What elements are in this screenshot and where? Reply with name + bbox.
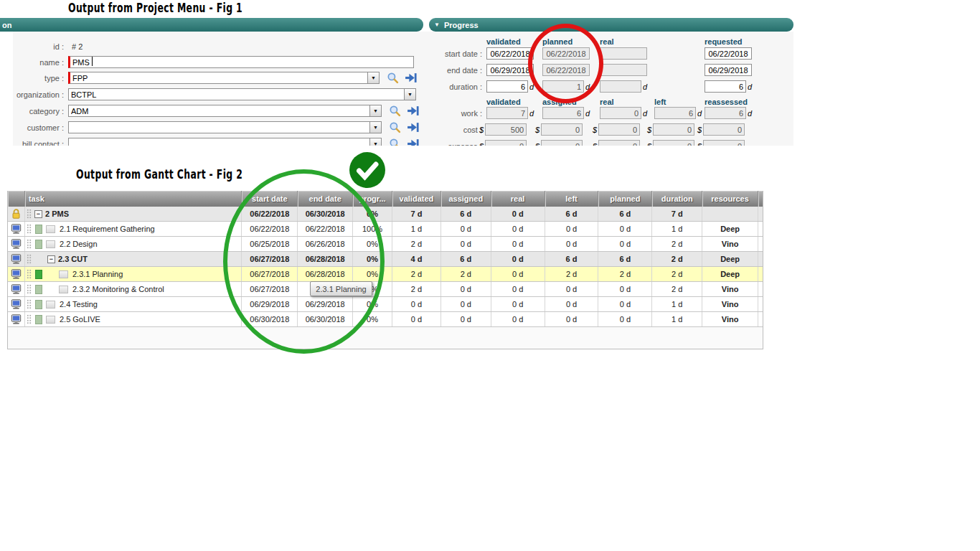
cell-assigned: 6 d	[441, 252, 491, 266]
bill-contact-search-icon[interactable]	[389, 138, 401, 146]
organization-dropdown-button[interactable]: ▼	[404, 88, 416, 100]
description-panel-header[interactable]: on	[0, 18, 423, 32]
start-date-validated-input[interactable]	[486, 47, 534, 60]
end-date-requested-input[interactable]	[705, 64, 752, 76]
table-row[interactable]: − 2.3 CUT 06/27/2018 06/28/2018 0% 4 d 6…	[8, 252, 763, 267]
bill-contact-dropdown-button[interactable]: ▼	[369, 138, 382, 146]
task-name: 2.3.1 Planning	[72, 270, 123, 278]
duration-planned-input	[542, 80, 584, 93]
header-sliver-cell	[758, 191, 763, 207]
drag-handle[interactable]	[27, 254, 32, 265]
table-body: − 2 PMS 06/22/2018 06/30/2018 0% 7 d 6 d…	[8, 207, 763, 327]
table-row[interactable]: − 2.4 Testing 06/29/2018 06/29/2018 0% 0…	[8, 297, 763, 312]
start-date-requested-input[interactable]	[705, 47, 752, 60]
unit-day: d	[585, 83, 590, 91]
col-header-left: left	[654, 98, 666, 106]
task-checkbox[interactable]	[46, 225, 55, 233]
drag-handle[interactable]	[27, 314, 32, 325]
category-search-icon[interactable]	[389, 105, 401, 117]
work-left-input	[654, 107, 696, 119]
customer-search-icon[interactable]	[389, 121, 401, 133]
table-row[interactable]: − 2.3.2 Monitoring & Control 06/27/2018 …	[8, 282, 763, 297]
cell-planned: 0 d	[598, 222, 652, 236]
col-header-resources[interactable]: resources	[702, 191, 758, 207]
cell-end-date: 06/29/2018	[298, 297, 353, 311]
table-row[interactable]: − 2.5 GoLIVE 06/30/2018 06/30/2018 0% 0 …	[8, 312, 763, 327]
col-header-assigned[interactable]: assigned	[441, 191, 491, 207]
cell-duration: 1 d	[652, 297, 702, 311]
cell-start-date: 06/25/2018	[242, 237, 298, 251]
computer-icon[interactable]	[10, 283, 22, 295]
type-input[interactable]	[68, 72, 368, 84]
cell-end-date: 06/30/2018	[298, 312, 353, 326]
col-header-end-date[interactable]: end date	[298, 191, 353, 207]
expense-left-input	[653, 140, 694, 146]
drag-handle[interactable]	[27, 284, 32, 295]
type-dropdown-button[interactable]: ▼	[367, 72, 380, 84]
col-header-start-date[interactable]: start date	[242, 191, 298, 207]
computer-icon[interactable]	[10, 223, 22, 235]
cell-start-date: 06/29/2018	[242, 297, 298, 311]
col-header-assigned: assigned	[542, 98, 577, 106]
cell-real: 0 d	[491, 297, 545, 311]
organization-label: organization :	[0, 90, 68, 99]
customer-goto-icon[interactable]	[407, 121, 419, 133]
col-header-duration[interactable]: duration	[652, 191, 702, 207]
task-checkbox[interactable]	[46, 240, 55, 248]
computer-icon[interactable]	[10, 253, 22, 265]
unit-day: d	[643, 109, 647, 118]
col-header-task[interactable]: task	[25, 191, 242, 207]
drag-handle[interactable]	[27, 209, 32, 220]
col-header-left[interactable]: left	[545, 191, 599, 207]
cell-duration: 2 d	[652, 237, 702, 251]
bill-contact-goto-icon[interactable]	[407, 138, 419, 146]
drag-handle[interactable]	[27, 269, 32, 280]
lock-icon[interactable]	[10, 208, 22, 220]
drag-handle[interactable]	[27, 224, 32, 235]
col-header-progress[interactable]: progr...	[353, 191, 392, 207]
table-row[interactable]: − 2.2 Design 06/25/2018 06/26/2018 0% 2 …	[8, 237, 763, 252]
category-goto-icon[interactable]	[407, 105, 419, 117]
work-validated-input	[486, 107, 528, 119]
customer-input[interactable]	[68, 121, 370, 133]
progress-panel-header[interactable]: ▼ Progress	[429, 18, 793, 32]
customer-dropdown-button[interactable]: ▼	[369, 121, 382, 133]
computer-icon[interactable]	[10, 238, 22, 250]
computer-icon[interactable]	[10, 314, 22, 325]
name-input[interactable]	[68, 56, 414, 68]
cell-validated: 1 d	[392, 222, 441, 236]
duration-requested-input[interactable]	[705, 80, 746, 93]
bill-contact-input[interactable]	[68, 138, 370, 146]
status-square-icon	[35, 270, 42, 279]
drag-handle[interactable]	[27, 239, 32, 250]
table-row[interactable]: − 2.3.1 Planning 06/27/2018 06/28/2018 0…	[8, 267, 763, 282]
type-search-icon[interactable]	[387, 72, 399, 84]
drag-handle[interactable]	[27, 299, 32, 310]
task-checkbox[interactable]	[46, 301, 55, 309]
organization-input[interactable]	[68, 88, 405, 100]
task-checkbox[interactable]	[59, 286, 68, 293]
start-date-planned-input	[542, 47, 590, 60]
end-date-validated-input[interactable]	[486, 64, 534, 76]
task-checkbox[interactable]	[46, 316, 55, 324]
unit-day: d	[748, 83, 752, 91]
table-row[interactable]: − 2.1 Requirement Gathering 06/22/2018 0…	[8, 222, 763, 237]
type-label: type :	[0, 74, 68, 83]
task-name: 2.5 GoLIVE	[60, 315, 100, 324]
cell-resources: Deep	[702, 252, 758, 266]
table-row[interactable]: − 2 PMS 06/22/2018 06/30/2018 0% 7 d 6 d…	[8, 207, 763, 222]
task-checkbox[interactable]	[59, 270, 68, 278]
collapse-toggle[interactable]: −	[47, 255, 55, 263]
category-input[interactable]	[68, 105, 370, 117]
category-dropdown-button[interactable]: ▼	[369, 105, 382, 117]
computer-icon[interactable]	[10, 298, 22, 310]
col-header-validated[interactable]: validated	[392, 191, 441, 207]
cell-progress: 100%	[353, 222, 392, 236]
duration-validated-input[interactable]	[486, 80, 528, 93]
computer-icon[interactable]	[10, 268, 22, 280]
col-header-planned[interactable]: planned	[598, 191, 652, 207]
col-header-real[interactable]: real	[491, 191, 545, 207]
category-label: category :	[0, 107, 68, 116]
type-goto-icon[interactable]	[405, 72, 417, 84]
collapse-toggle[interactable]: −	[34, 210, 42, 218]
